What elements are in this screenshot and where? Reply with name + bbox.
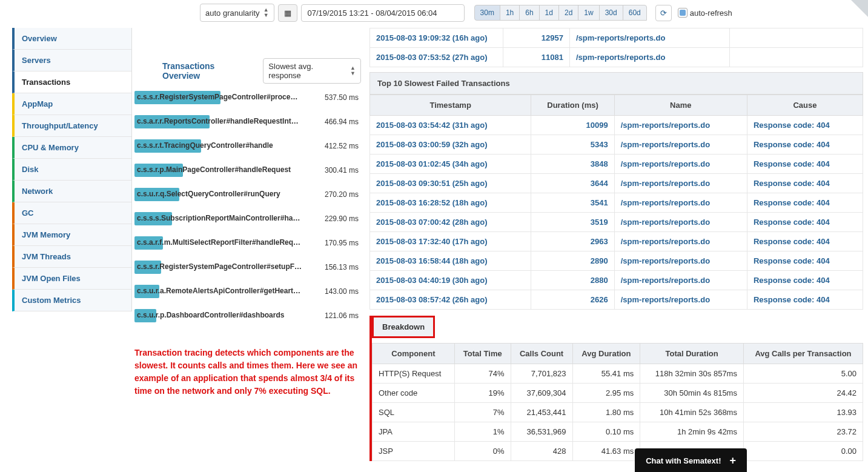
chat-label: Chat with Sematext!: [646, 456, 721, 465]
table-row[interactable]: 2015-08-03 19:09:32 (16h ago)12957/spm-r…: [370, 28, 863, 48]
col-avg-calls: Avg Calls per Transaction: [743, 344, 863, 364]
table-row[interactable]: 2015-08-03 09:30:51 (25h ago)3644/spm-re…: [370, 174, 863, 193]
sidebar-item-transactions[interactable]: Transactions: [12, 71, 131, 93]
failed-transactions-title: Top 10 Slowest Failed Transactions: [369, 72, 863, 95]
transaction-bar[interactable]: c.s.u.r.q.SelectQueryController#runQuery…: [132, 188, 361, 201]
table-row[interactable]: 2015-08-03 01:02:45 (34h ago)3848/spm-re…: [370, 155, 863, 174]
bar-label: c.s.u.r.q.SelectQueryController#runQuery: [137, 190, 280, 198]
range-30d[interactable]: 30d: [599, 5, 623, 21]
date-range-field[interactable]: 07/19/2015 13:21 - 08/04/2015 06:04: [301, 4, 465, 22]
transaction-bar[interactable]: c.s.u.r.a.RemoteAlertsApiController#getH…: [132, 285, 361, 298]
breakdown-title: Breakdown: [372, 316, 435, 338]
annotation-note: Transaction tracing detects which compon…: [132, 333, 361, 397]
sort-select[interactable]: Slowest avg. response ▲▼: [263, 58, 361, 84]
bar-label: c.s.a.r.f.m.MultiSelectReportFilter#hand…: [137, 238, 300, 247]
range-1h[interactable]: 1h: [500, 5, 520, 21]
table-row: SQL7%21,453,4411.80 ms10h 41min 52s 368m…: [373, 403, 863, 422]
transaction-bars: c.s.s.r.RegisterSystemPageController#pro…: [132, 91, 361, 322]
transaction-bar[interactable]: c.s.s.s.SubscriptionReportMainController…: [132, 212, 361, 225]
bar-value: 156.13 ms: [314, 263, 361, 271]
refresh-button[interactable]: ⟳: [655, 5, 672, 21]
col-component: Component: [373, 344, 455, 364]
top-toolbar: auto granularity ▲▼ ▦ 07/19/2015 13:21 -…: [0, 0, 868, 28]
transaction-bar[interactable]: c.s.s.r.p.MainPageController#handleReque…: [132, 164, 361, 177]
calendar-icon: ▦: [284, 8, 291, 18]
bar-label: c.s.u.r.p.DashboardController#dashboards: [137, 311, 284, 319]
bar-value: 143.00 ms: [314, 287, 361, 296]
transaction-bar[interactable]: c.s.s.r.RegisterSystemPageController#set…: [132, 261, 361, 274]
chevron-updown-icon: ▲▼: [350, 65, 356, 76]
table-row[interactable]: 2015-08-03 04:40:19 (30h ago)2880/spm-re…: [370, 271, 863, 290]
table-row[interactable]: 2015-08-03 03:54:42 (31h ago)10099/spm-r…: [370, 116, 863, 135]
table-row: HTTP(S) Request74%7,701,82355.41 ms118h …: [373, 364, 863, 384]
sidebar-item-network[interactable]: Network: [12, 181, 131, 202]
prior-slow-table: 2015-08-03 19:09:32 (16h ago)12957/spm-r…: [369, 28, 863, 67]
transaction-bar[interactable]: c.s.u.r.p.DashboardController#dashboards…: [132, 309, 361, 322]
range-1d[interactable]: 1d: [539, 5, 559, 21]
sidebar-item-custom-metrics[interactable]: Custom Metrics: [12, 290, 131, 311]
table-row: JPA1%36,531,9690.10 ms1h 2min 9s 42ms23.…: [373, 422, 863, 442]
auto-refresh-label: auto-refresh: [690, 8, 732, 18]
range-6h[interactable]: 6h: [519, 5, 539, 21]
bar-value: 412.52 ms: [314, 142, 361, 150]
granularity-label: auto granularity: [205, 8, 260, 18]
transaction-bar[interactable]: c.s.s.r.t.TracingQueryController#handle4…: [132, 139, 361, 153]
table-row[interactable]: 2015-08-03 16:58:44 (18h ago)2890/spm-re…: [370, 251, 863, 271]
granularity-select[interactable]: auto granularity ▲▼: [200, 4, 274, 22]
transaction-bar[interactable]: c.s.a.r.f.m.MultiSelectReportFilter#hand…: [132, 236, 361, 250]
bar-value: 537.50 ms: [314, 93, 361, 102]
toggle-icon: [678, 8, 687, 18]
sidebar-item-overview[interactable]: Overview: [12, 28, 131, 50]
bar-value: 121.06 ms: [314, 311, 361, 320]
sidebar-item-cpu-memory[interactable]: CPU & Memory: [12, 137, 131, 159]
bar-label: c.s.s.s.SubscriptionReportMainController…: [137, 214, 300, 222]
bar-label: c.s.s.r.RegisterSystemPageController#pro…: [137, 93, 297, 101]
sidebar-item-gc[interactable]: GC: [12, 202, 131, 224]
bar-label: c.s.u.r.a.RemoteAlertsApiController#getH…: [137, 287, 300, 295]
table-row[interactable]: 2015-08-03 07:53:52 (27h ago)11081/spm-r…: [370, 48, 863, 67]
col-calls-count: Calls Count: [511, 344, 572, 364]
table-row[interactable]: 2015-08-03 07:00:42 (28h ago)3519/spm-re…: [370, 213, 863, 232]
bar-value: 170.95 ms: [314, 239, 361, 247]
col-cause: Cause: [747, 95, 863, 116]
range-30m[interactable]: 30m: [474, 5, 500, 21]
bar-label: c.s.s.r.RegisterSystemPageController#set…: [137, 262, 302, 271]
refresh-icon: ⟳: [660, 8, 667, 18]
range-60d[interactable]: 60d: [623, 5, 647, 21]
col-total-duration: Total Duration: [640, 344, 744, 364]
col-avg-duration: Avg Duration: [572, 344, 640, 364]
plus-icon: +: [729, 454, 736, 467]
chat-widget[interactable]: Chat with Sematext! +: [635, 448, 747, 472]
range-2d[interactable]: 2d: [558, 5, 578, 21]
range-1w[interactable]: 1w: [578, 5, 599, 21]
bar-value: 466.94 ms: [314, 118, 361, 126]
transaction-bar[interactable]: c.s.s.r.RegisterSystemPageController#pro…: [132, 91, 361, 104]
transactions-overview-title: Transactions Overview: [132, 61, 253, 81]
sidebar-item-jvm-threads[interactable]: JVM Threads: [12, 246, 131, 268]
table-row: Other code19%37,609,3042.95 ms30h 50min …: [373, 384, 863, 403]
bar-value: 229.90 ms: [314, 214, 361, 223]
transaction-bar[interactable]: c.s.a.r.r.ReportsController#handleReques…: [132, 115, 361, 128]
sidebar-item-appmap[interactable]: AppMap: [12, 93, 131, 115]
table-row[interactable]: 2015-08-03 16:28:52 (18h ago)3541/spm-re…: [370, 193, 863, 213]
sidebar-item-throughput-latency[interactable]: Throughput/Latency: [12, 115, 131, 137]
sidebar-item-servers[interactable]: Servers: [12, 50, 131, 71]
sidebar-item-jvm-memory[interactable]: JVM Memory: [12, 224, 131, 246]
breakdown-table: Component Total Time Calls Count Avg Dur…: [372, 343, 863, 461]
sort-label: Slowest avg. response: [268, 62, 346, 80]
time-range-group: 30m 1h 6h 1d 2d 1w 30d 60d: [474, 5, 647, 21]
sidebar: OverviewServersTransactionsAppMapThrough…: [12, 28, 132, 311]
table-row: JSP0%42841.63 ms17s 816ms0.00: [373, 442, 863, 461]
calendar-button[interactable]: ▦: [278, 4, 297, 22]
col-total-time: Total Time: [454, 344, 511, 364]
auto-refresh-toggle[interactable]: auto-refresh: [678, 8, 732, 18]
chevron-updown-icon: ▲▼: [263, 7, 269, 18]
sidebar-item-jvm-open-files[interactable]: JVM Open Files: [12, 268, 131, 290]
col-duration: Duration (ms): [531, 95, 614, 116]
table-row[interactable]: 2015-08-03 03:00:59 (32h ago)5343/spm-re…: [370, 135, 863, 155]
table-row[interactable]: 2015-08-03 08:57:42 (26h ago)2626/spm-re…: [370, 290, 863, 310]
sidebar-item-disk[interactable]: Disk: [12, 159, 131, 181]
table-row[interactable]: 2015-08-03 17:32:40 (17h ago)2963/spm-re…: [370, 232, 863, 251]
bar-value: 270.20 ms: [314, 190, 361, 199]
corner-handle[interactable]: [851, 0, 868, 17]
